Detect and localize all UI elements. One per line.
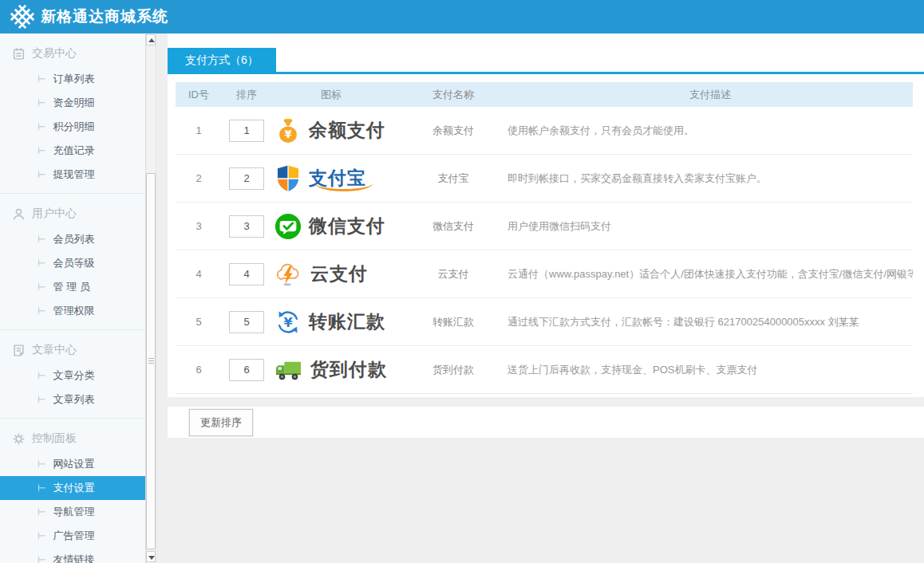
id-cell: 2 [176,172,222,184]
sidebar-item-nav-manage[interactable]: ⊢导航管理 [0,500,145,524]
sidebar-item-payment-settings[interactable]: ⊢支付设置 [0,476,145,500]
admin-app: 新格通达商城系统 交易中心 ⊢订单列表 ⊢资金明细 ⊢积分明细 ⊢充值 [0,0,924,563]
payment-logo: 微信支付 [271,213,413,240]
sidebar-item-withdraw-manage[interactable]: ⊢提现管理 [0,163,145,187]
col-header-desc: 支付描述 [493,88,913,102]
id-cell: 3 [176,220,222,232]
section-header-article[interactable]: 文章中心 [0,337,145,364]
payment-desc: 用户使用微信扫码支付 [493,219,913,234]
payment-desc: 即时到帐接口，买家交易金额直接转入卖家支付宝账户。 [493,171,913,186]
money-bag-icon: ¥ [274,117,302,144]
sort-input[interactable] [229,215,264,238]
brand-logo-icon [10,5,34,29]
delivery-truck-icon [274,357,303,383]
sidebar-item-fund-detail[interactable]: ⊢资金明细 [0,91,145,115]
sidebar-scrollbar[interactable] [145,33,156,563]
sort-input[interactable] [229,167,264,190]
col-header-sort: 排序 [222,88,271,102]
id-cell: 1 [176,124,222,136]
payment-logo-text: 云支付 [310,262,368,286]
sidebar-item-site-settings[interactable]: ⊢网站设置 [0,452,145,476]
payment-desc: 通过线下汇款方式支付，汇款帐号：建设银行 621700254000005xxxx… [493,315,913,329]
clipboard-icon [12,47,26,61]
sort-input[interactable] [229,120,264,142]
table-row: 1 ¥ 余额支付 余额支付 使用帐户余额支付，只有会 [176,107,913,155]
payment-logo: 货到付款 [271,357,413,383]
sidebar-item-administrators[interactable]: ⊢管 理 员 [0,275,145,299]
sidebar: 交易中心 ⊢订单列表 ⊢资金明细 ⊢积分明细 ⊢充值记录 ⊢提现管理 用户中心 [0,33,156,563]
payment-logo-text: 转账汇款 [309,309,385,334]
section-label: 控制面板 [32,431,77,446]
id-cell: 4 [176,268,222,280]
payment-logo: 云支付 [271,261,413,288]
section-label: 用户中心 [32,207,77,221]
table-header-row: ID号 排序 图标 支付名称 支付描述 [176,82,913,107]
sidebar-item-member-list[interactable]: ⊢会员列表 [0,227,145,251]
col-header-name: 支付名称 [413,88,493,102]
alipay-shield-icon [274,164,302,193]
sidebar-item-friend-links[interactable]: ⊢友情链接 [0,548,145,563]
tab-underline [168,72,924,74]
payment-logo-text: 货到付款 [310,357,387,382]
id-cell: 5 [176,316,222,328]
tab-bar: 支付方式（6） [168,33,924,72]
transfer-yuan-icon: ¥ [274,309,302,336]
table-row: 2 [176,155,913,203]
panel-gap [168,397,924,407]
col-header-id: ID号 [176,88,222,102]
payment-name: 货到付款 [413,363,493,377]
gear-icon [12,432,26,446]
document-icon [12,344,26,357]
sidebar-nav: 交易中心 ⊢订单列表 ⊢资金明细 ⊢积分明细 ⊢充值记录 ⊢提现管理 用户中心 [0,33,145,563]
tab-payment-methods[interactable]: 支付方式（6） [168,48,276,72]
update-sort-button[interactable]: 更新排序 [189,409,253,436]
payment-name: 余额支付 [413,124,493,138]
item-prefix: ⊢ [38,73,45,85]
table-row: 5 ¥ 转账汇款 转账汇款 [176,298,913,346]
sidebar-section-user: 用户中心 ⊢会员列表 ⊢会员等级 ⊢管 理 员 ⊢管理权限 [0,194,145,330]
table-row: 6 货到付款 [176,346,913,394]
scroll-down-arrow-icon[interactable] [146,551,156,562]
sidebar-section-control: 控制面板 ⊢网站设置 ⊢支付设置 ⊢导航管理 ⊢广告管理 ⊢友情链接 [0,419,145,563]
section-label: 交易中心 [32,46,77,61]
id-cell: 6 [176,364,222,376]
payment-name: 微信支付 [413,219,493,234]
sidebar-item-member-level[interactable]: ⊢会员等级 [0,251,145,275]
sidebar-item-order-list[interactable]: ⊢订单列表 [0,67,145,91]
table-row: 3 微信支付 微信支付 用户使用微信扫码支付 [176,203,913,250]
payment-logo-text: 微信支付 [309,214,385,238]
payment-logo: ¥ 余额支付 [271,117,413,144]
section-header-trade[interactable]: 交易中心 [0,40,145,67]
sort-input[interactable] [229,263,264,285]
sidebar-item-ad-manage[interactable]: ⊢广告管理 [0,524,145,548]
svg-text:¥: ¥ [283,314,292,329]
payment-table: ID号 排序 图标 支付名称 支付描述 1 [176,82,913,394]
cloud-lightning-icon [274,261,303,288]
payment-panel: 支付方式（6） ID号 排序 图标 支付名称 支付描述 1 [168,33,924,397]
payment-name: 转账汇款 [413,315,493,329]
payment-desc: 使用帐户余额支付，只有会员才能使用。 [493,124,913,138]
section-header-control[interactable]: 控制面板 [0,425,145,452]
user-icon [12,207,26,221]
main-content: 支付方式（6） ID号 排序 图标 支付名称 支付描述 1 [168,33,924,563]
sidebar-section-article: 文章中心 ⊢文章分类 ⊢文章列表 [0,330,145,419]
col-header-icon: 图标 [271,88,413,102]
sidebar-item-points-detail[interactable]: ⊢积分明细 [0,115,145,139]
sidebar-item-article-list[interactable]: ⊢文章列表 [0,388,145,411]
payment-desc: 云通付（www.passpay.net）适合个人/团体快速接入支付功能，含支付宝… [493,267,913,282]
button-bar: 更新排序 [168,407,924,438]
payment-name: 支付宝 [413,171,493,186]
sidebar-item-recharge-records[interactable]: ⊢充值记录 [0,139,145,163]
sidebar-item-article-category[interactable]: ⊢文章分类 [0,364,145,388]
scrollbar-thumb[interactable] [146,173,156,549]
payment-logo-text: 支付宝 [309,166,366,191]
sort-input[interactable] [229,359,264,381]
sidebar-item-admin-permissions[interactable]: ⊢管理权限 [0,299,145,323]
app-header: 新格通达商城系统 [0,0,924,33]
sort-input[interactable] [229,311,264,333]
table-row: 4 云支付 云支付 云通付（www.passpay.net）适合个人/团体快速接… [176,250,913,298]
wechat-pay-icon [274,213,302,240]
section-header-user[interactable]: 用户中心 [0,200,145,227]
scroll-up-arrow-icon[interactable] [146,34,156,45]
sidebar-section-trade: 交易中心 ⊢订单列表 ⊢资金明细 ⊢积分明细 ⊢充值记录 ⊢提现管理 [0,33,145,194]
